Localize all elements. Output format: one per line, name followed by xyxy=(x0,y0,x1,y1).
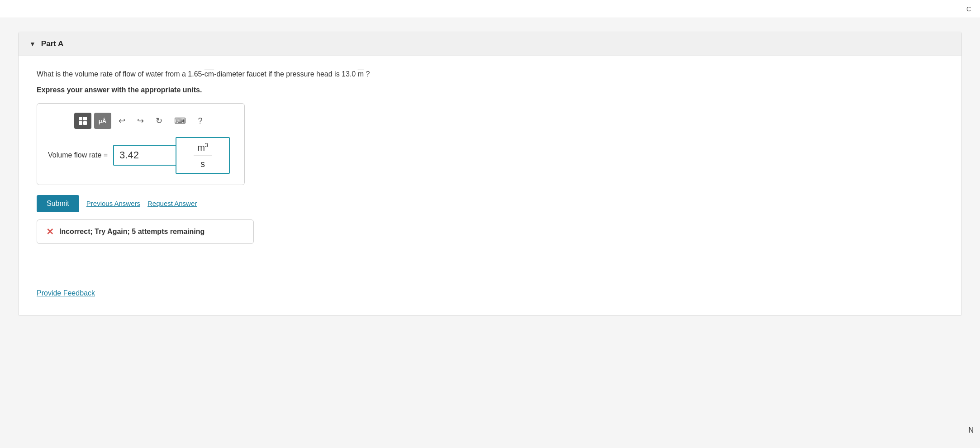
provide-feedback-button[interactable]: Provide Feedback xyxy=(37,289,95,297)
request-answer-button[interactable]: Request Answer xyxy=(147,200,197,207)
express-instruction: Express your answer with the appropriate… xyxy=(37,86,943,94)
toolbar: μÅ ↩ ↪ ↻ ⌨ ? xyxy=(48,113,233,129)
answer-input[interactable] xyxy=(113,145,176,166)
answer-box: μÅ ↩ ↪ ↻ ⌨ ? Volume flow rat xyxy=(37,103,245,185)
redo-button[interactable]: ↪ xyxy=(133,114,148,128)
help-icon: ? xyxy=(198,116,202,126)
next-label: N xyxy=(968,426,974,434)
result-message: Incorrect; Try Again; 5 attempts remaini… xyxy=(59,228,205,236)
fraction-line xyxy=(194,156,212,156)
mu-label: μÅ xyxy=(99,118,106,124)
redo-icon: ↪ xyxy=(137,116,144,126)
part-body: What is the volume rate of flow of water… xyxy=(19,56,961,315)
actions-row: Submit Previous Answers Request Answer xyxy=(37,195,943,212)
input-row: Volume flow rate = m3 s xyxy=(48,137,233,174)
fraction-denominator: s xyxy=(200,157,205,169)
result-box: ✕ Incorrect; Try Again; 5 attempts remai… xyxy=(37,219,254,244)
undo-icon: ↩ xyxy=(119,116,125,126)
help-button[interactable]: ? xyxy=(193,114,208,128)
fraction-numerator: m3 xyxy=(197,142,208,155)
mu-button[interactable]: μÅ xyxy=(94,113,111,129)
refresh-button[interactable]: ↻ xyxy=(151,114,167,128)
keyboard-icon: ⌨ xyxy=(174,116,186,126)
top-bar-text: C xyxy=(966,5,971,13)
answer-label: Volume flow rate = xyxy=(48,151,108,159)
main-content: ▼ Part A What is the volume rate of flow… xyxy=(18,32,962,316)
previous-answers-button[interactable]: Previous Answers xyxy=(86,200,140,207)
grid-button[interactable] xyxy=(74,113,91,129)
submit-button[interactable]: Submit xyxy=(37,195,79,212)
part-header: ▼ Part A xyxy=(19,32,961,56)
top-bar: C xyxy=(0,0,980,18)
keyboard-button[interactable]: ⌨ xyxy=(170,114,190,128)
fraction-box[interactable]: m3 s xyxy=(176,137,230,174)
question-text: What is the volume rate of flow of water… xyxy=(37,69,943,80)
undo-button[interactable]: ↩ xyxy=(114,114,130,128)
exponent: 3 xyxy=(205,142,208,148)
part-title: Part A xyxy=(41,39,63,48)
next-nav[interactable]: N xyxy=(962,422,980,439)
grid-icon xyxy=(79,117,87,125)
incorrect-icon: ✕ xyxy=(46,226,54,237)
refresh-icon: ↻ xyxy=(156,116,162,126)
collapse-arrow-icon[interactable]: ▼ xyxy=(29,40,36,48)
